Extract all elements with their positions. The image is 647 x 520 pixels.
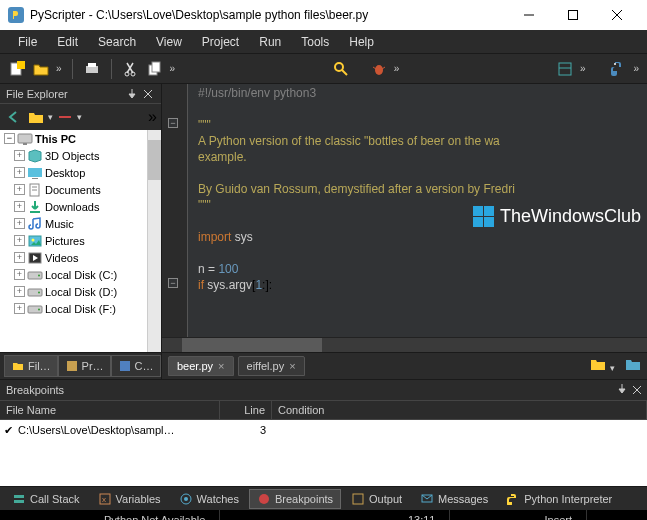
tree-item-label: Local Disk (D:) [45, 286, 117, 298]
folder3d-icon [27, 148, 43, 164]
fold-icon[interactable]: − [168, 278, 178, 288]
tab-nav-button[interactable]: ▾ [590, 357, 615, 375]
code-line[interactable] [192, 102, 647, 118]
col-condition[interactable]: Condition [272, 401, 647, 419]
menu-search[interactable]: Search [90, 33, 144, 51]
expand-icon[interactable]: + [14, 167, 25, 178]
expand-icon[interactable]: + [14, 184, 25, 195]
menu-file[interactable]: File [10, 33, 45, 51]
pin-icon[interactable] [617, 384, 627, 396]
side-tab[interactable]: Fil… [4, 355, 58, 377]
tree-item[interactable]: +Downloads [0, 198, 161, 215]
side-tab[interactable]: C… [111, 355, 161, 377]
expand-icon[interactable]: + [14, 218, 25, 229]
menu-run[interactable]: Run [251, 33, 289, 51]
tree-item[interactable]: +Music [0, 215, 161, 232]
check-icon: ✔ [0, 424, 16, 437]
code-line[interactable]: #!/usr/bin/env python3 [192, 86, 647, 102]
collapse-icon[interactable]: − [4, 133, 15, 144]
bottom-tab-output[interactable]: Output [343, 489, 410, 509]
code-line[interactable]: """ [192, 118, 647, 134]
menu-project[interactable]: Project [194, 33, 247, 51]
tree-item[interactable]: +3D Objects [0, 147, 161, 164]
code-line[interactable]: import sys [192, 230, 647, 246]
tab-close-icon[interactable]: × [218, 360, 224, 372]
panel-close-icon[interactable] [633, 384, 641, 396]
tree-scrollbar[interactable] [147, 130, 161, 352]
tab-close-icon[interactable]: × [289, 360, 295, 372]
bottom-tab-messages[interactable]: Messages [412, 489, 496, 509]
filter-button[interactable] [55, 107, 75, 127]
code-line[interactable] [192, 246, 647, 262]
minimize-button[interactable] [507, 0, 551, 30]
bottom-tab-call-stack[interactable]: Call Stack [4, 489, 88, 509]
file-explorer-header: File Explorer [0, 84, 161, 104]
expand-icon[interactable]: + [14, 235, 25, 246]
expand-icon[interactable]: + [14, 150, 25, 161]
expand-icon[interactable]: + [14, 252, 25, 263]
print-button[interactable] [81, 58, 103, 80]
expand-icon[interactable]: + [14, 303, 25, 314]
tree-item[interactable]: +Local Disk (F:) [0, 300, 161, 317]
open-file-button[interactable] [30, 58, 52, 80]
tree-item[interactable]: +Desktop [0, 164, 161, 181]
layout-button[interactable] [554, 58, 576, 80]
browse-folder-button[interactable] [26, 107, 46, 127]
toolbar-overflow-1[interactable]: » [56, 63, 62, 74]
code-line[interactable] [192, 214, 647, 230]
fe-overflow[interactable]: » [148, 108, 157, 126]
bottom-tab-watches[interactable]: Watches [171, 489, 247, 509]
code-line[interactable]: n = 100 [192, 262, 647, 278]
tree-item[interactable]: +Documents [0, 181, 161, 198]
menu-view[interactable]: View [148, 33, 190, 51]
expand-icon[interactable]: + [14, 269, 25, 280]
breakpoint-row[interactable]: ✔C:\Users\Love\Desktop\sampl…3 [0, 420, 647, 440]
bottom-tab-breakpoints[interactable]: Breakpoints [249, 489, 341, 509]
toolbar-overflow-5[interactable]: » [633, 63, 639, 74]
cut-button[interactable] [120, 58, 142, 80]
bottom-tab-python-interpreter[interactable]: Python Interpreter [498, 489, 620, 509]
fold-icon[interactable]: − [168, 118, 178, 128]
editor-tab[interactable]: eiffel.py× [238, 356, 305, 376]
new-file-button[interactable] [6, 58, 28, 80]
col-line[interactable]: Line [220, 401, 272, 419]
status-position: 13:11 [394, 510, 451, 520]
debug-button[interactable] [368, 58, 390, 80]
expand-icon[interactable]: + [14, 286, 25, 297]
file-tree[interactable]: −This PC+3D Objects+Desktop+Documents+Do… [0, 130, 161, 352]
code-line[interactable] [192, 166, 647, 182]
menu-help[interactable]: Help [341, 33, 382, 51]
tree-item[interactable]: +Videos [0, 249, 161, 266]
tree-item[interactable]: +Local Disk (D:) [0, 283, 161, 300]
panel-close-icon[interactable] [141, 87, 155, 101]
editor-horizontal-scrollbar[interactable] [162, 337, 647, 352]
close-button[interactable] [595, 0, 639, 30]
toolbar-overflow-3[interactable]: » [394, 63, 400, 74]
python-icon[interactable] [607, 58, 629, 80]
bottom-tab-variables[interactable]: xVariables [90, 489, 169, 509]
side-tab[interactable]: Pr… [58, 355, 111, 377]
toolbar-overflow-2[interactable]: » [170, 63, 176, 74]
tree-item[interactable]: +Pictures [0, 232, 161, 249]
tree-item[interactable]: +Local Disk (C:) [0, 266, 161, 283]
copy-button[interactable] [144, 58, 166, 80]
col-filename[interactable]: File Name [0, 401, 220, 419]
svg-line-14 [342, 70, 347, 75]
menu-tools[interactable]: Tools [293, 33, 337, 51]
tree-item[interactable]: −This PC [0, 130, 161, 147]
code-line[interactable]: example. [192, 150, 647, 166]
code-line[interactable]: """ [192, 198, 647, 214]
code-line[interactable]: By Guido van Rossum, demystified after a… [192, 182, 647, 198]
expand-icon[interactable]: + [14, 201, 25, 212]
code-line[interactable]: A Python version of the classic "bottles… [192, 134, 647, 150]
open-folder-button[interactable] [625, 357, 641, 375]
toolbar-overflow-4[interactable]: » [580, 63, 586, 74]
menu-edit[interactable]: Edit [49, 33, 86, 51]
maximize-button[interactable] [551, 0, 595, 30]
code-editor[interactable]: −− TheWindowsClub #!/usr/bin/env python3… [162, 84, 647, 337]
search-button[interactable] [330, 58, 352, 80]
pin-icon[interactable] [125, 87, 139, 101]
editor-tab[interactable]: beer.py× [168, 356, 234, 376]
code-line[interactable]: if sys.argv[1:]: [192, 278, 647, 294]
back-button[interactable] [4, 107, 24, 127]
